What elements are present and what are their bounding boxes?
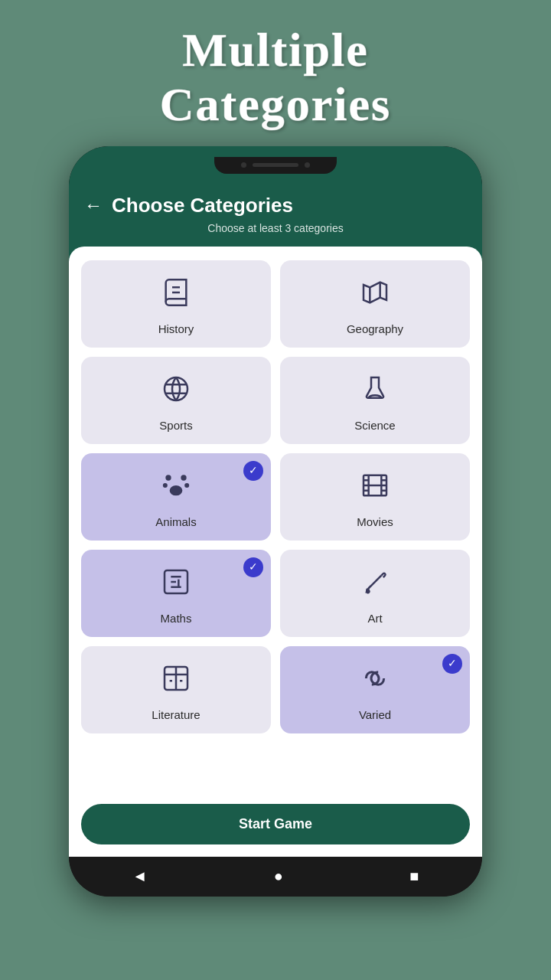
nav-recent-button[interactable]: ■ bbox=[409, 867, 419, 885]
category-movies[interactable]: Movies bbox=[280, 453, 470, 541]
maths-label: Maths bbox=[161, 612, 192, 625]
nav-home-button[interactable]: ● bbox=[274, 867, 283, 885]
history-icon bbox=[161, 277, 191, 315]
varied-label: Varied bbox=[359, 708, 391, 721]
sports-label: Sports bbox=[159, 419, 192, 432]
page-background-title: Multiple Categories bbox=[160, 23, 391, 132]
phone-notch-area bbox=[69, 146, 482, 185]
content-area: History Geography bbox=[69, 247, 482, 857]
svg-point-5 bbox=[170, 485, 183, 495]
maths-check: ✓ bbox=[243, 557, 263, 577]
svg-point-3 bbox=[163, 483, 168, 488]
nav-back-button[interactable]: ◄ bbox=[132, 867, 148, 885]
category-sports[interactable]: Sports bbox=[81, 357, 271, 444]
screen: ← Choose Categories Choose at least 3 ca… bbox=[69, 185, 482, 857]
svg-point-4 bbox=[184, 483, 189, 488]
category-animals[interactable]: Animals ✓ bbox=[81, 453, 271, 541]
category-varied[interactable]: Varied ✓ bbox=[280, 646, 470, 733]
maths-icon bbox=[161, 567, 191, 604]
category-science[interactable]: Science bbox=[280, 357, 470, 444]
literature-label: Literature bbox=[152, 708, 200, 721]
varied-check: ✓ bbox=[442, 654, 462, 674]
movies-icon bbox=[360, 470, 390, 508]
geography-icon bbox=[360, 277, 390, 315]
art-label: Art bbox=[367, 612, 382, 625]
bottom-nav: ◄ ● ■ bbox=[69, 857, 482, 897]
category-maths[interactable]: Maths ✓ bbox=[81, 550, 271, 637]
notch-dot-left bbox=[241, 162, 246, 168]
svg-point-2 bbox=[181, 475, 186, 480]
animals-label: Animals bbox=[155, 515, 196, 528]
notch-bar bbox=[253, 163, 298, 167]
art-icon bbox=[360, 567, 390, 604]
sports-icon bbox=[161, 374, 191, 411]
header-title: Choose Categories bbox=[112, 194, 293, 217]
movies-label: Movies bbox=[357, 515, 393, 528]
notch-dot-right bbox=[305, 162, 310, 168]
category-geography[interactable]: Geography bbox=[280, 260, 470, 348]
svg-point-1 bbox=[165, 475, 171, 480]
phone-frame: ← Choose Categories Choose at least 3 ca… bbox=[69, 146, 482, 897]
category-literature[interactable]: Literature bbox=[81, 646, 271, 733]
science-label: Science bbox=[354, 419, 395, 432]
header-subtitle: Choose at least 3 categories bbox=[84, 222, 467, 234]
back-button[interactable]: ← bbox=[84, 195, 103, 216]
animals-check: ✓ bbox=[243, 461, 263, 481]
start-game-button[interactable]: Start Game bbox=[81, 804, 470, 844]
category-history[interactable]: History bbox=[81, 260, 271, 348]
geography-label: Geography bbox=[347, 322, 403, 335]
animals-icon bbox=[161, 470, 191, 508]
svg-point-0 bbox=[165, 377, 187, 400]
category-art[interactable]: Art bbox=[280, 550, 470, 637]
notch bbox=[214, 157, 337, 174]
science-icon bbox=[360, 374, 390, 411]
varied-icon bbox=[360, 663, 390, 701]
literature-icon bbox=[161, 663, 191, 701]
history-label: History bbox=[158, 322, 194, 335]
header: ← Choose Categories Choose at least 3 ca… bbox=[69, 185, 482, 247]
categories-grid: History Geography bbox=[81, 260, 470, 733]
